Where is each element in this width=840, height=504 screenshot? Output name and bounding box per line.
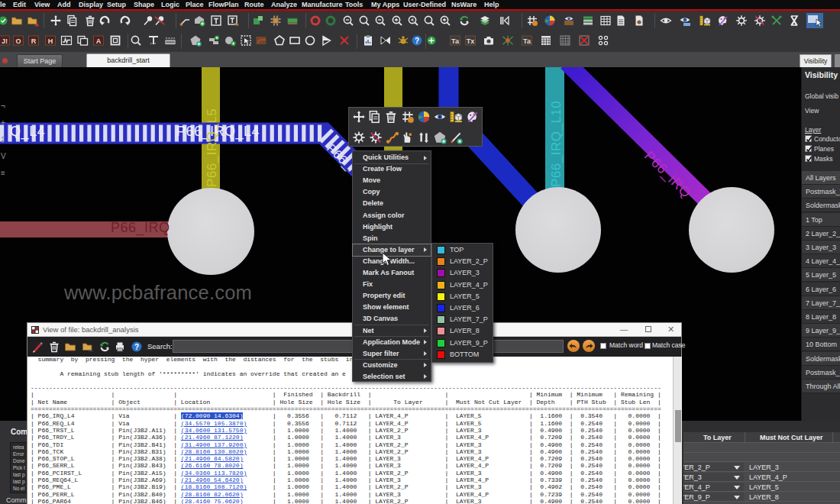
- svg-text:J!: J!: [2, 37, 8, 45]
- svg-text:Ta: Ta: [523, 37, 531, 45]
- svg-text:Ta: Ta: [451, 37, 460, 45]
- svg-text:Tx: Tx: [467, 37, 475, 45]
- svg-text:?: ?: [134, 343, 139, 351]
- svg-text:R: R: [31, 37, 37, 45]
- svg-text:O: O: [15, 37, 21, 45]
- svg-text:?: ?: [415, 37, 419, 45]
- svg-text:A: A: [96, 37, 102, 45]
- svg-text:H: H: [48, 37, 53, 45]
